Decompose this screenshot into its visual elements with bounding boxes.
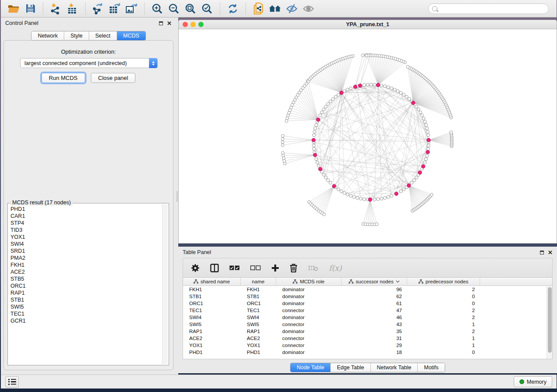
table-cell[interactable]: SWI4	[183, 315, 241, 320]
tab-edge-table[interactable]: Edge Table	[330, 363, 370, 372]
table-cell[interactable]: 29	[342, 343, 407, 348]
column-header-name[interactable]: name	[241, 278, 276, 285]
table-cell[interactable]: SWI4	[241, 315, 276, 320]
close-panel-icon[interactable]: ✕	[167, 21, 172, 25]
close-panel-button[interactable]: Close panel	[91, 73, 136, 83]
home-icon[interactable]	[267, 2, 284, 15]
table-cell[interactable]: YOX1	[183, 343, 241, 348]
table-row[interactable]: SWI4SWI4dominator462	[183, 314, 547, 321]
table-row[interactable]: ORC1ORC1dominator610	[183, 300, 547, 307]
table-cell[interactable]: YOX1	[241, 343, 276, 348]
table-cell[interactable]: 0	[407, 294, 480, 299]
table-cell[interactable]: 61	[342, 301, 407, 306]
tab-network[interactable]: Network	[31, 31, 64, 40]
mcds-result-item[interactable]: SRD1	[10, 248, 160, 254]
table-cell[interactable]: SWI5	[183, 322, 241, 327]
export-network-icon[interactable]	[90, 2, 107, 15]
table-cell[interactable]: ORC1	[183, 301, 241, 306]
table-cell[interactable]: RAP1	[241, 329, 276, 334]
import-table-icon[interactable]	[64, 2, 81, 15]
table-cell[interactable]: 31	[342, 336, 407, 341]
refresh-icon[interactable]	[225, 2, 241, 15]
table-cell[interactable]: connector	[276, 336, 342, 341]
table-cell[interactable]: 1	[407, 343, 480, 348]
tab-motifs[interactable]: Motifs	[417, 363, 444, 372]
mcds-result-item[interactable]: STP4	[10, 220, 160, 227]
column-layout-icon[interactable]	[210, 264, 219, 272]
mcds-list-scrollbar[interactable]	[162, 204, 168, 364]
zoom-out-icon[interactable]	[166, 2, 182, 15]
zoom-selected-icon[interactable]	[199, 2, 215, 15]
table-row[interactable]: PHD1PHD1dominator180	[183, 349, 547, 356]
table-cell[interactable]: 35	[342, 329, 407, 334]
zoom-fit-icon[interactable]	[182, 2, 199, 15]
zoom-in-icon[interactable]	[149, 2, 166, 15]
table-body[interactable]: FKH1FKH1dominator962STB1STB1dominator620…	[183, 286, 547, 359]
table-cell[interactable]: 0	[407, 301, 480, 306]
mcds-result-item[interactable]: FKH1	[10, 261, 160, 268]
mcds-result-item[interactable]: YOX1	[10, 234, 160, 241]
table-cell[interactable]: 1	[407, 322, 480, 327]
table-header[interactable]: shared name name MCDS role successor nod…	[183, 278, 552, 286]
mcds-result-item[interactable]: ACE2	[10, 268, 160, 275]
tab-network-table[interactable]: Network Table	[370, 363, 418, 372]
table-cell[interactable]: RAP1	[183, 329, 241, 334]
table-cell[interactable]: SWI5	[241, 322, 276, 327]
table-row[interactable]: ACE2ACE2connector311	[183, 335, 547, 342]
table-cell[interactable]: 18	[342, 350, 407, 355]
add-column-icon[interactable]	[271, 264, 279, 272]
table-cell[interactable]: TEC1	[183, 308, 241, 313]
search-box[interactable]	[428, 3, 549, 14]
mcds-result-item[interactable]: SWI5	[10, 303, 160, 310]
save-session-icon[interactable]	[22, 2, 38, 15]
table-cell[interactable]: 47	[342, 308, 407, 313]
float-window-icon[interactable]	[540, 251, 544, 254]
settings-gear-icon[interactable]	[191, 264, 200, 272]
network-canvas[interactable]	[179, 29, 557, 243]
table-cell[interactable]: 43	[342, 322, 407, 327]
table-cell[interactable]: PHD1	[183, 350, 241, 355]
table-cell[interactable]: 0	[407, 350, 480, 355]
table-cell[interactable]: PHD1	[241, 350, 276, 355]
mcds-result-item[interactable]: GCR1	[10, 317, 160, 324]
mcds-result-item[interactable]: TEC1	[10, 310, 160, 317]
table-cell[interactable]: dominator	[276, 350, 342, 355]
mcds-result-item[interactable]: SWI4	[10, 241, 160, 248]
run-mcds-button[interactable]: Run MCDS	[42, 73, 85, 83]
table-cell[interactable]: 2	[407, 315, 480, 320]
table-scrollbar-thumb[interactable]	[548, 287, 552, 353]
mcds-result-item[interactable]: STB1	[10, 296, 160, 303]
table-cell[interactable]: connector	[276, 343, 342, 348]
network-window-titlebar[interactable]: YPA_prune.txt_1	[179, 20, 557, 29]
open-file-icon[interactable]	[5, 2, 22, 15]
mcds-result-item[interactable]: ORC1	[10, 282, 160, 289]
table-cell[interactable]: 62	[342, 294, 407, 299]
table-row[interactable]: STB1STB1dominator620	[183, 293, 547, 300]
column-header-successor-nodes[interactable]: successor nodes	[342, 278, 407, 285]
tab-mcds[interactable]: MCDS	[117, 31, 145, 40]
table-row[interactable]: RAP1RAP1dominator352	[183, 328, 547, 335]
tab-style[interactable]: Style	[64, 31, 89, 40]
mcds-result-list[interactable]: PHD1CAR1STP4TID3YOX1SWI4SRD1PMA2FKH1ACE2…	[9, 204, 162, 364]
table-cell[interactable]: dominator	[276, 315, 342, 320]
table-cell[interactable]: ACE2	[183, 336, 241, 341]
hide-graphics-details-icon[interactable]	[284, 2, 300, 15]
table-cell[interactable]: STB1	[183, 294, 241, 299]
network-from-document-icon[interactable]	[250, 2, 267, 15]
export-table-icon[interactable]	[107, 2, 123, 15]
deselect-all-columns-icon[interactable]	[250, 265, 261, 271]
column-header-mcds-role[interactable]: MCDS role	[276, 278, 342, 285]
optimization-criterion-select[interactable]: largest connected component (undirected)	[20, 58, 158, 68]
table-cell[interactable]: dominator	[276, 301, 342, 306]
table-cell[interactable]: dominator	[276, 329, 342, 334]
table-row[interactable]: YOX1YOX1connector291	[183, 342, 547, 349]
mcds-result-item[interactable]: TID3	[10, 227, 160, 234]
table-cell[interactable]: 2	[407, 308, 480, 313]
close-panel-icon[interactable]: ✕	[548, 251, 553, 254]
table-cell[interactable]: connector	[276, 308, 342, 313]
select-all-columns-icon[interactable]	[229, 265, 240, 271]
mcds-result-item[interactable]: CAR1	[10, 213, 160, 220]
table-cell[interactable]: 2	[407, 287, 480, 292]
table-cell[interactable]: dominator	[276, 287, 342, 292]
table-cell[interactable]: FKH1	[183, 287, 241, 292]
